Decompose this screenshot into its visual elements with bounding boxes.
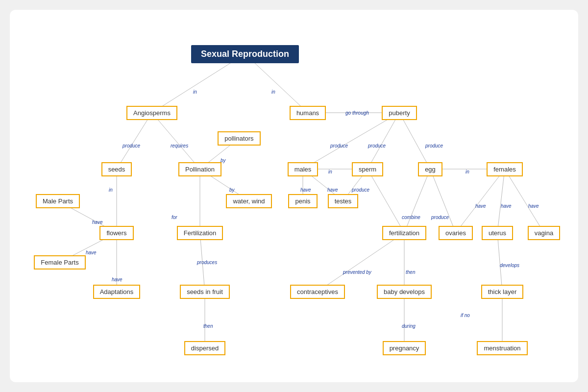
node-flowers: flowers: [97, 226, 136, 240]
node-adaptations: Adaptations: [89, 285, 144, 298]
node-ovaries: ovaries: [436, 226, 475, 240]
edge-label-have_penis: have: [300, 187, 311, 193]
edge-label-if_no: if no: [461, 313, 470, 318]
edge-label-produces_seeds: produces: [197, 260, 217, 265]
node-males: males: [287, 162, 318, 176]
svg-line-30: [497, 233, 502, 292]
node-pollinators: pollinators: [212, 131, 267, 145]
edge-label-have_uterus: have: [501, 203, 512, 209]
edge-label-develops_uterus: develops: [500, 263, 519, 268]
node-waterWind: water, wind: [221, 194, 276, 208]
node-maleParts: Male Parts: [32, 194, 83, 208]
edge-label-produce_egg: produce: [425, 143, 443, 148]
edge-label-produce_fertiliz: produce: [352, 187, 369, 193]
edge-label-prevented_by: prevented by: [343, 270, 371, 275]
node-pollination: Pollination: [172, 162, 227, 176]
edge-label-by_pollinators: by: [220, 158, 226, 163]
node-dispersed: dispersed: [181, 341, 228, 355]
node-menstruation: menstruation: [473, 341, 532, 355]
edge-label-for_fertiliz: for: [172, 215, 177, 220]
node-seedsInFruit: seeds in fruit: [172, 285, 238, 298]
node-thickLayer: thick layer: [475, 285, 530, 298]
edge-label-produce_males: produce: [330, 143, 348, 148]
svg-line-29: [430, 169, 456, 233]
edge-label-in_females: in: [466, 169, 469, 174]
edge-label-in_seeds: in: [109, 187, 113, 193]
edge-label-have_ovaries: have: [475, 203, 486, 209]
edge-label-produce_sperm: produce: [368, 143, 386, 148]
edge-label-have_vagina: have: [528, 203, 539, 209]
edge-label-then_baby: then: [406, 270, 415, 275]
edge-label-have_testes: have: [327, 187, 338, 193]
node-babyDevelops: baby develops: [373, 285, 436, 298]
svg-line-24: [318, 233, 404, 292]
svg-line-15: [368, 113, 399, 169]
diagram-container: Sexual ReproductionAngiospermshumanspube…: [10, 10, 578, 382]
node-femaleParts: Female Parts: [30, 255, 89, 269]
node-angiosperms: Angiosperms: [124, 106, 179, 120]
node-egg: egg: [416, 162, 445, 176]
node-humans: humans: [290, 106, 325, 120]
edge-label-in_males: in: [328, 169, 332, 174]
edge-label-in_humans: in: [271, 89, 275, 95]
node-penis: penis: [287, 194, 318, 208]
node-vagina: vagina: [526, 226, 562, 240]
node-pregnancy: pregnancy: [381, 341, 428, 355]
edge-label-in_angio: in: [193, 89, 197, 95]
svg-line-14: [303, 113, 399, 169]
edge-label-produce_fert: produce: [431, 215, 449, 220]
svg-line-16: [399, 113, 430, 169]
edge-label-produce_seeds: produce: [122, 143, 140, 148]
svg-line-22: [404, 169, 430, 233]
svg-line-27: [497, 169, 505, 233]
svg-line-4: [152, 113, 200, 169]
edge-label-go_through: go through: [345, 110, 369, 116]
node-sperm: sperm: [352, 162, 383, 176]
edge-label-have_adaptations: have: [112, 277, 122, 282]
svg-line-23: [368, 169, 404, 233]
node-contraceptives: contraceptives: [284, 285, 351, 298]
edge-label-then_dispersed: then: [203, 323, 213, 329]
node-fertilization: fertilization: [373, 226, 436, 240]
edge-label-combine: combine: [402, 215, 420, 220]
node-puberty: puberty: [380, 106, 419, 120]
svg-line-3: [117, 113, 152, 169]
node-root: Sexual Reproduction: [191, 43, 299, 65]
svg-line-28: [505, 169, 544, 233]
node-testes: testes: [325, 194, 361, 208]
svg-line-26: [456, 169, 505, 233]
node-seeds: seeds: [101, 162, 132, 176]
edge-label-during_pregnancy: during: [402, 323, 416, 329]
edge-label-by_waterwind: by: [229, 187, 235, 193]
edge-label-have_femalep: have: [86, 250, 97, 255]
edge-label-requires: requires: [171, 143, 188, 148]
node-fertilization_plant: Fertilization: [169, 226, 231, 240]
node-uterus: uterus: [480, 226, 515, 240]
node-females: females: [485, 162, 524, 176]
edge-label-have_flowers: have: [92, 220, 103, 225]
